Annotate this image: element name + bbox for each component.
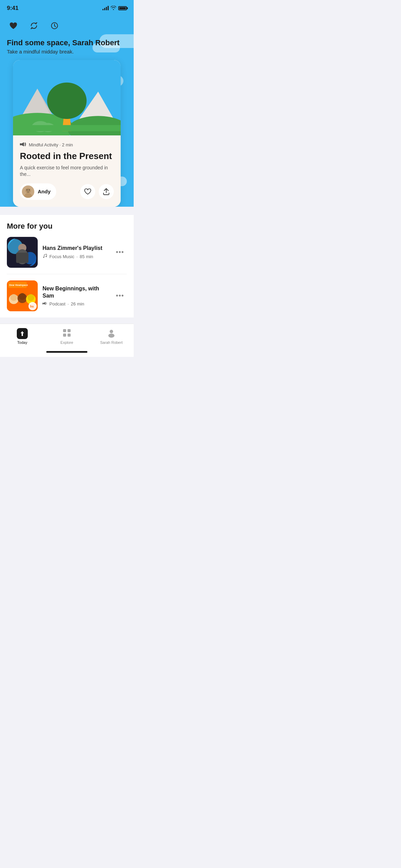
- svg-point-45: [108, 334, 114, 338]
- nav-today[interactable]: Today: [9, 328, 36, 345]
- wifi-icon: [111, 5, 116, 11]
- status-bar: 9:41: [0, 0, 134, 14]
- history-button[interactable]: [48, 19, 61, 32]
- greeting-subtitle: Take a mindful midday break.: [7, 49, 127, 55]
- card-meta: Mindful Activity · 2 min: [20, 142, 114, 148]
- svg-rect-43: [68, 334, 71, 337]
- list-item[interactable]: Hans Zimmer's Playlist Focus Music · 85 …: [7, 237, 127, 274]
- hero-section: Find some space, Sarah Robert Take a min…: [0, 14, 134, 207]
- card-description: A quick exercise to feel more grounded i…: [20, 165, 114, 178]
- svg-point-14: [25, 188, 31, 193]
- dear-headspace-thumbnail: Dear Headspace hs: [7, 280, 38, 311]
- like-button[interactable]: [80, 184, 95, 199]
- nav-profile-label: Sarah Robert: [100, 340, 122, 345]
- card-title: Rooted in the Present: [20, 151, 114, 161]
- svg-rect-41: [68, 329, 71, 332]
- svg-point-8: [47, 83, 86, 119]
- hans-zimmer-thumbnail: [7, 237, 38, 268]
- dear-headspace-meta: Podcast · 26 min: [42, 301, 108, 306]
- svg-rect-11: [13, 125, 121, 131]
- signal-icon: [102, 6, 109, 10]
- card-footer: Andy: [20, 183, 114, 200]
- music-icon: [42, 254, 47, 260]
- svg-rect-12: [20, 143, 21, 145]
- svg-point-33: [19, 293, 26, 300]
- svg-text:Dear Headspace: Dear Headspace: [9, 284, 28, 287]
- nav-explore[interactable]: Explore: [53, 328, 81, 345]
- dear-headspace-title: New Beginnings, with Sam: [42, 285, 108, 300]
- hans-zimmer-meta: Focus Music · 85 min: [42, 254, 108, 260]
- hans-zimmer-title: Hans Zimmer's Playlist: [42, 245, 108, 252]
- dear-headspace-info: New Beginnings, with Sam Podcast · 26 mi…: [42, 285, 108, 306]
- svg-line-26: [44, 254, 47, 255]
- svg-rect-40: [63, 329, 66, 332]
- hans-more-button[interactable]: •••: [113, 247, 127, 257]
- hans-zimmer-info: Hans Zimmer's Playlist Focus Music · 85 …: [42, 245, 108, 260]
- featured-card[interactable]: Mindful Activity · 2 min Rooted in the P…: [13, 60, 121, 206]
- status-icons: [102, 5, 127, 11]
- nav-profile[interactable]: Sarah Robert: [98, 328, 125, 345]
- card-content: Mindful Activity · 2 min Rooted in the P…: [13, 135, 121, 206]
- svg-point-44: [110, 330, 113, 333]
- bottom-nav: Today Explore Sarah Robert: [0, 324, 134, 347]
- home-indicator: [0, 347, 134, 357]
- greeting-title: Find some space, Sarah Robert: [7, 38, 127, 47]
- greeting: Find some space, Sarah Robert Take a min…: [7, 38, 127, 55]
- nav-explore-label: Explore: [60, 340, 73, 345]
- audio-meta-icon: [42, 301, 47, 306]
- home-indicator-bar: [46, 351, 87, 353]
- section-title: More for you: [7, 222, 127, 231]
- author-pill[interactable]: Andy: [20, 183, 56, 200]
- dear-more-button[interactable]: •••: [113, 290, 127, 301]
- battery-icon: [118, 6, 127, 10]
- card-actions: [80, 184, 114, 199]
- profile-icon: [107, 328, 116, 339]
- audio-icon: [20, 142, 26, 148]
- more-section: More for you Hans Zimmer's Playlist: [0, 215, 134, 317]
- svg-point-17: [29, 189, 30, 190]
- svg-point-35: [27, 294, 34, 301]
- author-name: Andy: [38, 189, 51, 194]
- svg-point-16: [27, 189, 28, 190]
- share-button[interactable]: [99, 184, 114, 199]
- card-meta-text: Mindful Activity · 2 min: [29, 142, 73, 147]
- svg-rect-23: [16, 253, 28, 263]
- today-icon: [17, 328, 28, 339]
- favorites-button[interactable]: [7, 19, 20, 32]
- author-avatar: [22, 185, 34, 198]
- top-actions: [7, 19, 127, 32]
- nav-today-label: Today: [17, 340, 27, 345]
- status-time: 9:41: [7, 5, 19, 12]
- card-illustration: [13, 60, 121, 135]
- list-item[interactable]: Dear Headspace hs New Beginnings, with S…: [7, 280, 127, 317]
- svg-text:hs: hs: [30, 305, 34, 308]
- explore-icon: [62, 328, 72, 339]
- refresh-button[interactable]: [27, 19, 40, 32]
- svg-point-31: [10, 294, 17, 301]
- svg-rect-42: [63, 334, 66, 337]
- svg-rect-38: [42, 303, 44, 304]
